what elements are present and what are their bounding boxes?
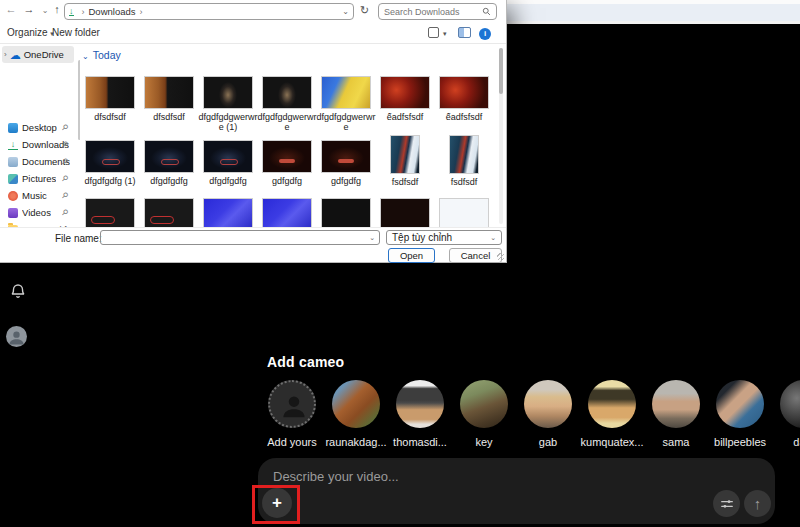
address-bar[interactable]: ↓ › Downloads › ⌄ bbox=[64, 3, 354, 20]
submit-button[interactable]: ↑ bbox=[744, 490, 771, 517]
sidebar-item-desktop[interactable]: Desktop ⚲ bbox=[8, 120, 76, 135]
file-item[interactable]: dfgdfgdfg bbox=[202, 140, 254, 187]
file-item[interactable] bbox=[379, 198, 431, 228]
list-scrollbar[interactable] bbox=[499, 48, 503, 224]
file-thumbnail bbox=[380, 198, 430, 228]
file-item[interactable]: gdfgdfg bbox=[261, 140, 313, 187]
cameo-label: thomasdi... bbox=[393, 436, 447, 448]
sidebar-item-videos[interactable]: Videos ⚲ bbox=[8, 205, 76, 220]
notifications-bell-icon[interactable] bbox=[9, 282, 27, 300]
cameo-thomasdi[interactable]: thomasdi... bbox=[396, 380, 444, 448]
composer-placeholder[interactable]: Describe your video... bbox=[273, 469, 399, 484]
caret-down-icon: ⌄ bbox=[490, 234, 496, 242]
cameo-label: billpeebles bbox=[714, 436, 766, 448]
video-settings-button[interactable] bbox=[713, 490, 740, 517]
new-folder-button[interactable]: New folder bbox=[52, 27, 100, 38]
cameo-avatar[interactable] bbox=[780, 380, 800, 428]
file-item[interactable] bbox=[143, 198, 195, 228]
cameo-avatar[interactable] bbox=[460, 380, 508, 428]
pictures-icon bbox=[8, 174, 18, 184]
file-thumbnail bbox=[439, 76, 489, 109]
sidebar-label: OneDrive bbox=[24, 49, 64, 60]
file-item[interactable]: dfgdfgdgwerwre bbox=[320, 76, 372, 133]
file-item[interactable]: dfgdfgdfg (1) bbox=[84, 140, 136, 187]
file-item[interactable]: fsdfsdf bbox=[438, 140, 490, 187]
file-item[interactable] bbox=[438, 198, 490, 228]
cameo-avatar[interactable] bbox=[652, 380, 700, 428]
dialog-footer: File name: ⌄ Tệp tùy chỉnh ⌄ Open Cancel bbox=[0, 227, 506, 262]
sidebar-item-music[interactable]: Music ⚲ bbox=[8, 188, 76, 203]
cameo-key[interactable]: key bbox=[460, 380, 508, 448]
cameo-add-yours[interactable]: Add yours bbox=[268, 380, 316, 448]
profile-avatar-icon[interactable] bbox=[6, 326, 27, 347]
file-item[interactable]: gdfgdfg bbox=[320, 140, 372, 187]
search-box[interactable] bbox=[378, 3, 497, 20]
file-item[interactable]: dfgdfgdgwerwre (1) bbox=[202, 76, 254, 133]
file-thumbnail bbox=[321, 76, 371, 109]
file-name-input[interactable] bbox=[105, 233, 360, 243]
file-item[interactable] bbox=[320, 198, 372, 228]
file-item[interactable] bbox=[261, 198, 313, 228]
file-label: ếadfsfsdf bbox=[374, 112, 436, 122]
downloads-icon: ↓ bbox=[69, 7, 74, 16]
file-item[interactable]: fsdfsdf bbox=[379, 140, 431, 187]
cameo-billpeebles[interactable]: billpeebles bbox=[716, 380, 764, 448]
file-thumbnail bbox=[262, 140, 312, 173]
file-label: fsdfsdf bbox=[433, 177, 495, 187]
file-item[interactable]: dfsdfsdf bbox=[143, 76, 195, 133]
cameo-avatar[interactable] bbox=[524, 380, 572, 428]
cameo-gab[interactable]: gab bbox=[524, 380, 572, 448]
prompt-composer[interactable]: Describe your video... + ↑ bbox=[258, 458, 775, 524]
group-header-today[interactable]: ⌄Today bbox=[82, 49, 121, 61]
cameo-sama[interactable]: sama bbox=[652, 380, 700, 448]
file-thumbnail bbox=[321, 140, 371, 173]
file-type-select[interactable]: Tệp tùy chỉnh ⌄ bbox=[386, 230, 502, 245]
cameo-avatar[interactable] bbox=[716, 380, 764, 428]
search-input[interactable] bbox=[384, 7, 476, 17]
cameo-label: da... bbox=[793, 436, 800, 448]
file-item[interactable] bbox=[84, 198, 136, 228]
file-item[interactable] bbox=[202, 198, 254, 228]
sidebar-item-onedrive[interactable]: › ☁ OneDrive bbox=[2, 46, 74, 63]
pin-icon: ⚲ bbox=[60, 207, 71, 218]
file-item[interactable]: ếadfsfsdf bbox=[379, 76, 431, 133]
onedrive-cloud-icon: ☁ bbox=[10, 50, 21, 60]
file-thumbnail bbox=[85, 76, 135, 109]
help-icon[interactable]: i bbox=[479, 27, 491, 40]
cameo-avatar[interactable] bbox=[332, 380, 380, 428]
file-thumbnail bbox=[85, 140, 135, 173]
view-caret-icon[interactable]: ▾ bbox=[443, 30, 447, 38]
refresh-icon[interactable]: ↻ bbox=[360, 4, 369, 17]
add-yours-person-icon[interactable] bbox=[268, 380, 316, 428]
resize-grip[interactable] bbox=[497, 253, 504, 260]
forward-icon[interactable]: → bbox=[22, 3, 36, 15]
cameo-avatar[interactable] bbox=[396, 380, 444, 428]
preview-pane-icon[interactable] bbox=[458, 27, 471, 40]
file-list: ⌄Today dfsdfsdf dfsdfsdf dfgdfgdgwerwre … bbox=[80, 44, 496, 228]
cameo-raunakdag[interactable]: raunakdag... bbox=[332, 380, 380, 448]
file-item[interactable]: ếadfsfsdf bbox=[438, 76, 490, 133]
back-icon[interactable]: ← bbox=[4, 3, 18, 15]
cameo-partial[interactable]: da... bbox=[780, 380, 800, 448]
address-caret-icon[interactable]: ⌄ bbox=[342, 7, 349, 16]
organize-menu[interactable]: Organize ▾ bbox=[7, 27, 54, 38]
sidebar-item-documents[interactable]: Documents ⚲ bbox=[8, 154, 76, 169]
sidebar-item-pictures[interactable]: Pictures ⚲ bbox=[8, 171, 76, 186]
file-item[interactable]: dfgdfgdgwerwre bbox=[261, 76, 313, 133]
breadcrumb-location[interactable]: Downloads bbox=[89, 6, 136, 17]
file-item[interactable]: dfsdfsdf bbox=[84, 76, 136, 133]
open-button[interactable]: Open bbox=[388, 248, 435, 263]
file-item[interactable]: dfgdfgdfg bbox=[143, 140, 195, 187]
up-icon[interactable]: ↑ bbox=[50, 3, 64, 15]
file-thumbnail bbox=[203, 76, 253, 109]
file-name-combobox[interactable]: ⌄ bbox=[100, 230, 380, 245]
file-thumbnail bbox=[262, 198, 312, 228]
music-icon bbox=[8, 191, 18, 201]
view-mode-icon[interactable] bbox=[428, 27, 439, 40]
cameo-avatar[interactable] bbox=[588, 380, 636, 428]
pin-icon: ⚲ bbox=[60, 190, 71, 201]
sidebar-item-downloads[interactable]: ↓ Downloads ⚲ bbox=[8, 137, 76, 152]
cancel-button[interactable]: Cancel bbox=[449, 248, 502, 263]
cameo-kumquatex[interactable]: kumquatex... bbox=[588, 380, 636, 448]
dialog-toolbar: Organize ▾ New folder ▾ i bbox=[0, 23, 506, 44]
